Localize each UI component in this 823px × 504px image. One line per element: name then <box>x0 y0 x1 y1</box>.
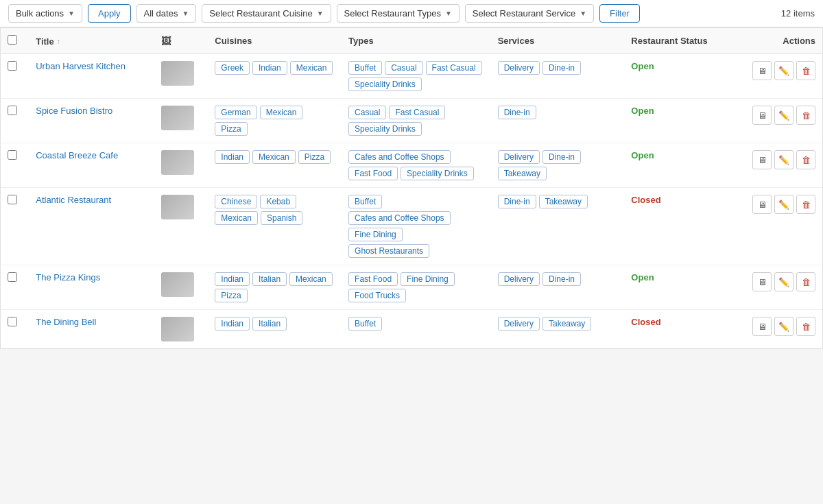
delete-icon: 🗑 <box>802 200 811 210</box>
service-tag: Delivery <box>498 61 540 75</box>
row-5-restaurant-name[interactable]: The Dining Bell <box>36 317 96 327</box>
bulk-actions-select[interactable]: Bulk actions ▼ <box>8 4 82 23</box>
row-3-edit-button[interactable]: ✏️ <box>774 195 794 214</box>
row-2-edit-button[interactable]: ✏️ <box>774 150 794 169</box>
row-5-edit-button[interactable]: ✏️ <box>774 317 794 336</box>
row-0-view-button[interactable]: 🖥 <box>752 61 772 80</box>
status-column-header: Restaurant Status <box>624 28 734 54</box>
row-0-checkbox[interactable] <box>8 61 17 71</box>
cuisine-tag: Chinese <box>215 195 257 208</box>
service-tag: Takeaway <box>498 167 547 180</box>
row-1-edit-button[interactable]: ✏️ <box>774 106 794 125</box>
row-5-delete-button[interactable]: 🗑 <box>796 317 815 336</box>
services-column-header: Services <box>491 28 625 54</box>
service-select[interactable]: Select Restaurant Service ▼ <box>465 4 594 23</box>
edit-icon: ✏️ <box>778 322 789 332</box>
row-4-types-cell: Fast FoodFine DiningFood Trucks <box>342 265 491 310</box>
type-tag: Fine Dining <box>401 272 455 286</box>
row-2-checkbox[interactable] <box>8 150 17 160</box>
row-0-edit-button[interactable]: ✏️ <box>774 61 794 80</box>
image-column-header: 🖼 <box>154 28 208 54</box>
apply-button[interactable]: Apply <box>88 4 131 23</box>
row-1-status-cell: Open <box>624 99 734 143</box>
service-tag: Dine-in <box>498 195 536 208</box>
row-0-actions-cell: 🖥✏️🗑 <box>735 54 822 99</box>
table-row: Atlantic RestaurantChineseKebabMexicanSp… <box>1 188 822 265</box>
view-icon: 🖥 <box>758 110 767 121</box>
service-label: Select Restaurant Service <box>473 8 575 19</box>
cuisine-chevron-icon: ▼ <box>317 10 324 17</box>
service-tag: Delivery <box>498 150 540 164</box>
row-2-status-cell: Open <box>624 143 734 188</box>
select-all-checkbox[interactable] <box>8 35 17 45</box>
row-2-delete-button[interactable]: 🗑 <box>796 150 815 169</box>
table-row: Coastal Breeze CafeIndianMexicanPizzaCaf… <box>1 143 822 188</box>
row-3-checkbox[interactable] <box>8 195 17 204</box>
all-dates-select[interactable]: All dates ▼ <box>136 4 197 23</box>
service-tag: Dine-in <box>498 106 536 119</box>
status-badge: Open <box>631 272 654 283</box>
row-1-checkbox[interactable] <box>8 106 17 115</box>
cuisine-select[interactable]: Select Restaurant Cuisine ▼ <box>202 4 331 23</box>
title-column-header[interactable]: Title ↑ <box>29 28 154 54</box>
row-4-view-button[interactable]: 🖥 <box>752 272 772 291</box>
type-tag: Cafes and Coffee Shops <box>348 150 451 164</box>
row-4-image-cell <box>154 265 208 310</box>
type-tag: Fast Food <box>348 167 398 180</box>
table-row: The Pizza KingsIndianItalianMexicanPizza… <box>1 265 822 310</box>
row-2-types-cell: Cafes and Coffee ShopsFast FoodSpecialit… <box>342 143 491 188</box>
edit-icon: ✏️ <box>778 277 789 287</box>
type-tag: Buffet <box>348 195 382 208</box>
type-tag: Buffet <box>348 317 382 331</box>
row-5-checkbox[interactable] <box>8 317 17 326</box>
row-5-view-button[interactable]: 🖥 <box>752 317 772 336</box>
type-tag: Speciality Drinks <box>348 77 422 91</box>
row-0-cuisines-cell: GreekIndianMexican <box>208 54 342 99</box>
row-3-status-cell: Closed <box>624 188 734 265</box>
row-2-name-cell: Coastal Breeze Cafe <box>29 143 154 188</box>
row-3-view-button[interactable]: 🖥 <box>752 195 772 214</box>
row-0-restaurant-name[interactable]: Urban Harvest Kitchen <box>36 61 126 71</box>
row-3-cuisines-cell: ChineseKebabMexicanSpanish <box>208 188 342 265</box>
row-1-cuisines-cell: GermanMexicanPizza <box>208 99 342 143</box>
type-tag: Cafes and Coffee Shops <box>348 211 451 225</box>
table-row: Spice Fusion BistroGermanMexicanPizzaCas… <box>1 99 822 143</box>
cuisine-tag: Mexican <box>215 211 258 225</box>
bulk-actions-label: Bulk actions <box>16 8 64 19</box>
cuisine-tag: Greek <box>215 61 250 75</box>
types-column-header: Types <box>342 28 491 54</box>
row-5-check-cell <box>1 310 29 349</box>
row-4-status-cell: Open <box>624 265 734 310</box>
row-5-image-cell <box>154 310 208 349</box>
row-3-restaurant-name[interactable]: Atlantic Restaurant <box>36 195 111 205</box>
row-2-restaurant-name[interactable]: Coastal Breeze Cafe <box>36 150 118 160</box>
row-4-restaurant-name[interactable]: The Pizza Kings <box>36 272 100 283</box>
cuisine-tag: Mexican <box>290 61 333 75</box>
status-badge: Open <box>631 150 654 160</box>
filter-button[interactable]: Filter <box>599 4 640 23</box>
row-4-delete-button[interactable]: 🗑 <box>796 272 815 291</box>
service-tag: Dine-in <box>542 272 581 286</box>
types-chevron-icon: ▼ <box>445 10 452 17</box>
row-2-view-button[interactable]: 🖥 <box>752 150 772 169</box>
row-1-restaurant-name[interactable]: Spice Fusion Bistro <box>36 106 112 116</box>
type-tag: Fast Casual <box>426 61 482 75</box>
types-header-label: Types <box>348 36 374 46</box>
row-0-delete-button[interactable]: 🗑 <box>796 61 815 80</box>
row-3-check-cell <box>1 188 29 265</box>
type-tag: Buffet <box>348 61 382 75</box>
row-1-delete-button[interactable]: 🗑 <box>796 106 815 125</box>
row-4-checkbox[interactable] <box>8 272 17 282</box>
row-4-edit-button[interactable]: ✏️ <box>774 272 794 291</box>
row-0-image-cell <box>154 54 208 99</box>
row-3-delete-button[interactable]: 🗑 <box>796 195 815 214</box>
delete-icon: 🗑 <box>802 277 811 287</box>
types-select[interactable]: Select Restaurant Types ▼ <box>337 4 460 23</box>
table-row: The Dining BellIndianItalianBuffetDelive… <box>1 310 822 349</box>
status-badge: Closed <box>631 317 660 327</box>
row-4-actions-cell: 🖥✏️🗑 <box>735 265 822 310</box>
row-1-check-cell <box>1 99 29 143</box>
type-tag: Fast Food <box>348 272 398 286</box>
row-4-check-cell <box>1 265 29 310</box>
row-1-view-button[interactable]: 🖥 <box>752 106 772 125</box>
